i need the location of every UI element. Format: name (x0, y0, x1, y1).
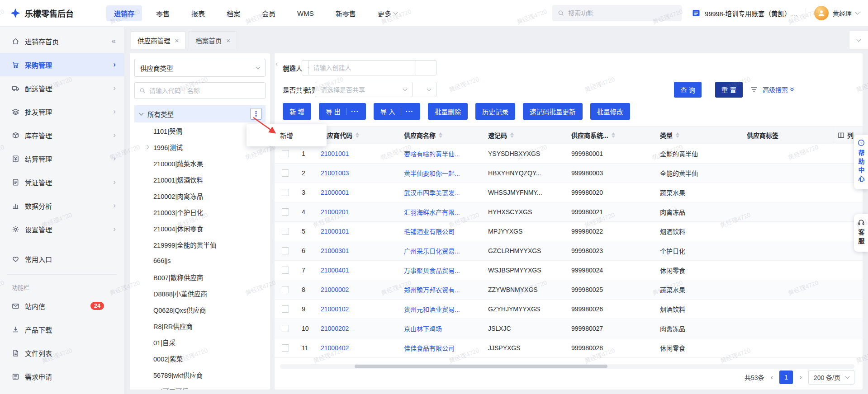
tree-node[interactable]: 210001|烟酒饮料 (134, 171, 266, 188)
more-options-icon[interactable]: ··· (401, 108, 414, 115)
toolbar-button[interactable]: 导 入 ··· (374, 103, 421, 120)
supplier-name-link[interactable]: 武汉市四季美蓝发... (404, 188, 460, 197)
table-row[interactable]: 3 21000001 武汉市四季美蓝发... WHSSJMYFNMY... 99… (275, 183, 863, 202)
global-search-input[interactable] (568, 9, 676, 17)
row-checkbox[interactable] (282, 325, 289, 332)
table-row[interactable]: 6 21000301 广州采乐日化贸易... GZCLRHMYYXGS 9999… (275, 241, 863, 261)
creator-field[interactable] (308, 60, 416, 75)
supplier-code-link[interactable]: 21000101 (321, 228, 349, 235)
row-checkbox[interactable] (282, 150, 289, 157)
account-switcher[interactable]: 99998-培训专用账套（黄凯）… (692, 9, 797, 18)
toolbar-button[interactable]: 历史记录 (475, 103, 515, 120)
nav-item-more[interactable]: 更多 (370, 5, 405, 21)
more-options-icon[interactable]: ··· (346, 108, 359, 115)
supplier-code-link[interactable]: 21000102 (321, 305, 349, 313)
creator-input[interactable] (313, 64, 411, 71)
sidebar-item-files[interactable]: 文件列表 (0, 341, 124, 365)
tree-node[interactable]: 210000|蔬菜水果 (134, 155, 266, 171)
supplier-code-link[interactable]: 21000201 (321, 208, 349, 216)
tab-supplier-management[interactable]: 供应商管理 × (131, 31, 185, 49)
next-page-icon[interactable]: › (799, 373, 802, 382)
reset-button[interactable]: 重 置 (715, 82, 743, 98)
tree-node[interactable]: 219999|全能的黄半仙 (134, 236, 266, 253)
sort-icon[interactable] (676, 132, 679, 138)
prev-page-icon[interactable]: ‹ (771, 373, 773, 382)
collapse-tree-handle[interactable]: ‹ (275, 60, 278, 67)
supplier-code-link[interactable]: 21000402 (321, 344, 349, 352)
supplier-code-link[interactable]: 21000002 (321, 286, 349, 293)
table-row[interactable]: 2 21001003 黄半仙要和你一起... HBXYHNYQZQY... 99… (275, 164, 863, 183)
sidebar-item-inventory[interactable]: 库存管理 › (0, 123, 124, 147)
sidebar-item-settlement[interactable]: 结算管理 › (0, 147, 124, 170)
search-button[interactable]: 查 询 (674, 82, 702, 98)
scrollbar-thumb[interactable] (355, 365, 607, 368)
toolbar-button[interactable]: 导 出 ··· (319, 103, 366, 120)
row-checkbox[interactable] (282, 228, 289, 235)
supplier-name-link[interactable]: 郑州豫万邦农贸有... (404, 285, 460, 294)
table-row[interactable]: 5 21000101 毛铺酒业有限公司 MPJYYXGS 999980022 烟… (275, 222, 863, 241)
tree-search-input[interactable] (149, 87, 261, 94)
supplier-type-select[interactable]: 供应商类型 (134, 59, 266, 77)
sort-icon[interactable] (439, 132, 442, 138)
table-row[interactable]: 4 21000201 汇羽海鲜水产有限... HYHXSCYXGS 999980… (275, 202, 863, 222)
toolbar-button[interactable]: 批量修改 (590, 103, 630, 120)
supplier-name-link[interactable]: 要啥有啥的黄半仙... (404, 149, 460, 158)
tree-node[interactable]: B007|散称供应商 (134, 269, 266, 285)
sidebar-item-downloads[interactable]: 产品下载 (0, 318, 124, 341)
tree-node[interactable]: D8888|小董供应商 (134, 285, 266, 301)
table-row[interactable]: 11 21000402 佳佳食品有限公司 JJSPYXGS 999980028 … (275, 338, 863, 358)
tree-search[interactable] (134, 82, 266, 99)
sidebar-item-purchase[interactable]: 采购管理 › (0, 53, 124, 76)
tree-node[interactable]: 56789|wkf供应商 (134, 366, 266, 383)
tree-node[interactable]: 01|自采 (134, 334, 266, 350)
sort-icon[interactable] (612, 132, 615, 138)
table-row[interactable]: 7 21000401 万事聚贝食品贸易... WSJBSPMYYXGS 9999… (275, 261, 863, 280)
sidebar-item-delivery[interactable]: 配送管理 › (0, 76, 124, 100)
customer-service-tab[interactable]: 客服 (854, 214, 868, 252)
row-checkbox[interactable] (282, 344, 289, 352)
sidebar-item-wholesale[interactable]: 批发管理 › (0, 100, 124, 123)
supplier-name-link[interactable]: 毛铺酒业有限公司 (404, 227, 455, 236)
nav-item-new-retail[interactable]: 新零售 (328, 5, 364, 21)
sidebar-collapse-icon[interactable]: « (112, 37, 116, 46)
close-icon[interactable]: × (226, 37, 230, 44)
tree-node[interactable]: 210004|休闲零食 (134, 220, 266, 236)
sidebar-item-requests[interactable]: 需求申请 (0, 365, 124, 388)
row-checkbox[interactable] (282, 189, 289, 196)
tree-root-all-types[interactable]: 所有类型 ⋮ (134, 105, 266, 122)
table-row[interactable]: 9 21000102 贵州元和酒业贸易... GZYHJYMYYXGS 9999… (275, 300, 863, 319)
sidebar-item-messages[interactable]: 站内信 24 (0, 294, 124, 318)
tree-more-button[interactable]: ⋮ (250, 108, 262, 120)
sidebar-item-home[interactable]: 进销存首页 « (0, 29, 124, 53)
row-checkbox[interactable] (282, 267, 289, 274)
toolbar-button[interactable]: 批量删除 (428, 103, 468, 120)
row-checkbox[interactable] (282, 169, 289, 177)
column-header[interactable]: 供应商代码 (321, 131, 404, 140)
column-header[interactable]: 速记码 (488, 131, 571, 140)
supplier-code-link[interactable]: 21000001 (321, 189, 349, 196)
nav-item-wms[interactable]: WMS (289, 6, 322, 20)
toolbar-button[interactable]: 速记码批量更新 (523, 103, 583, 120)
supplier-code-link[interactable]: 21000301 (321, 247, 349, 254)
nav-item-reports[interactable]: 报表 (184, 5, 213, 21)
tree-node[interactable]: 210003|个护日化 (134, 204, 266, 220)
supplier-code-link[interactable]: 21000401 (321, 267, 349, 274)
advanced-search-link[interactable]: 高级搜索 (763, 85, 795, 94)
user-menu[interactable]: 黄经理 (814, 6, 859, 20)
tree-node[interactable]: 02|可口可乐 (134, 383, 266, 389)
help-center-tab[interactable]: ? 帮助中心 (854, 135, 868, 189)
sidebar-item-voucher[interactable]: 凭证管理 › (0, 170, 124, 194)
sort-icon[interactable] (356, 132, 359, 138)
tree-node[interactable]: R8|RR供应商 (134, 318, 266, 334)
toolbar-button[interactable]: 新 增 (283, 103, 311, 120)
tree-node[interactable]: Q0628|Qxs供应商 (134, 301, 266, 318)
column-header[interactable]: 类型 (660, 131, 747, 140)
row-checkbox[interactable] (282, 305, 289, 313)
tree-node[interactable]: 1996|测试 (134, 139, 266, 155)
supplier-name-link[interactable]: 京山林下鸡场 (404, 324, 442, 333)
tree-node[interactable]: 666|js (134, 253, 266, 269)
page-size-select[interactable]: 200 条/页 (808, 370, 854, 385)
sort-icon[interactable] (510, 132, 514, 138)
table-row[interactable]: 1 21001001 要啥有啥的黄半仙... YSYSDHBXYXGS 9999… (275, 144, 863, 164)
supplier-name-link[interactable]: 万事聚贝食品贸易... (404, 266, 460, 275)
